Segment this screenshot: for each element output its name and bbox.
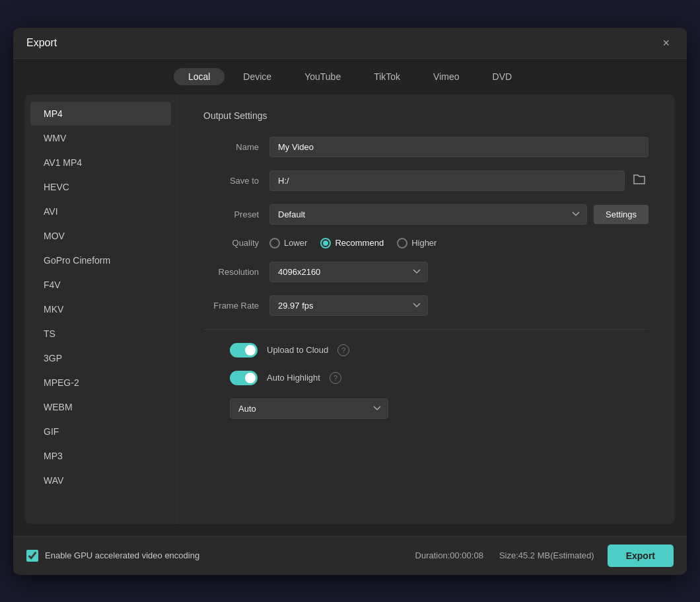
upload-cloud-row: Upload to Cloud ? [203, 343, 648, 357]
footer-info: Duration:00:00:08 Size:45.2 MB(Estimated… [415, 550, 594, 560]
upload-cloud-label: Upload to Cloud [267, 345, 328, 355]
format-item-av1mp4[interactable]: AV1 MP4 [30, 151, 171, 174]
format-list: MP4 WMV AV1 MP4 HEVC AVI MOV GoPro Cinef… [25, 94, 177, 524]
auto-highlight-thumb [245, 373, 256, 383]
quality-lower-option[interactable]: Lower [269, 238, 307, 248]
settings-panel: Output Settings Name Save to [177, 94, 675, 524]
auto-highlight-toggle[interactable] [230, 371, 258, 385]
quality-lower-label: Lower [284, 238, 307, 248]
format-item-mkv[interactable]: MKV [30, 297, 171, 321]
tab-vimeo[interactable]: Vimeo [419, 68, 473, 85]
save-to-input[interactable] [269, 170, 625, 191]
quality-higher-radio[interactable] [397, 238, 407, 248]
quality-lower-radio[interactable] [269, 238, 280, 248]
dialog-header: Export × [13, 28, 687, 59]
quality-label: Quality [203, 238, 269, 248]
dialog-body: MP4 WMV AV1 MP4 HEVC AVI MOV GoPro Cinef… [25, 94, 675, 524]
auto-highlight-label: Auto Highlight [267, 373, 320, 383]
resolution-row: Resolution 4096x2160 1920x1080 1280x720 … [203, 262, 648, 282]
upload-cloud-thumb [245, 345, 256, 356]
gpu-checkbox[interactable] [26, 550, 38, 562]
format-item-wav[interactable]: WAV [30, 469, 171, 492]
tab-device[interactable]: Device [228, 68, 286, 85]
size-label: Size:45.2 MB(Estimated) [499, 550, 594, 560]
export-dialog: Export × Local Device YouTube TikTok Vim… [13, 28, 687, 575]
dialog-title: Export [26, 37, 57, 49]
name-row: Name [203, 137, 648, 157]
section-title: Output Settings [203, 110, 648, 121]
format-item-hevc[interactable]: HEVC [30, 175, 171, 199]
save-to-input-group [269, 170, 648, 191]
format-item-ts[interactable]: TS [30, 322, 171, 346]
browse-folder-button[interactable] [630, 170, 648, 191]
format-item-mp4[interactable]: MP4 [30, 102, 171, 126]
format-item-wmv[interactable]: WMV [30, 126, 171, 150]
format-item-webm[interactable]: WEBM [30, 395, 171, 419]
upload-cloud-track[interactable] [230, 343, 258, 357]
frame-rate-row: Frame Rate 29.97 fps 25 fps 24 fps 60 fp… [203, 295, 648, 316]
tab-dvd[interactable]: DVD [478, 68, 527, 85]
resolution-label: Resolution [203, 267, 269, 277]
quality-recommend-radio[interactable] [320, 238, 331, 248]
quality-row: Quality Lower Recommend Higher [203, 238, 648, 248]
format-item-3gp[interactable]: 3GP [30, 346, 171, 370]
auto-highlight-help-icon[interactable]: ? [330, 372, 341, 384]
quality-recommend-option[interactable]: Recommend [320, 238, 384, 248]
save-to-label: Save to [203, 176, 269, 186]
divider [203, 329, 648, 330]
auto-highlight-select[interactable]: Auto Manual [230, 398, 388, 419]
auto-highlight-track[interactable] [230, 371, 258, 385]
name-label: Name [203, 142, 269, 152]
resolution-select[interactable]: 4096x2160 1920x1080 1280x720 854x480 [269, 262, 428, 282]
format-item-avi[interactable]: AVI [30, 200, 171, 223]
quality-higher-option[interactable]: Higher [397, 238, 437, 248]
quality-options: Lower Recommend Higher [269, 238, 648, 248]
preset-label: Preset [203, 209, 269, 219]
format-item-mp3[interactable]: MP3 [30, 444, 171, 468]
preset-row: Preset Default High Quality Low Quality … [203, 204, 648, 225]
frame-rate-label: Frame Rate [203, 301, 269, 311]
upload-cloud-toggle[interactable] [230, 343, 258, 357]
preset-select[interactable]: Default High Quality Low Quality [269, 204, 587, 225]
tab-local[interactable]: Local [174, 68, 225, 85]
preset-input-group: Default High Quality Low Quality Setting… [269, 204, 648, 225]
export-button[interactable]: Export [608, 545, 674, 567]
dialog-footer: Enable GPU accelerated video encoding Du… [13, 536, 687, 575]
gpu-checkbox-wrap: Enable GPU accelerated video encoding [26, 550, 415, 562]
close-button[interactable]: × [658, 36, 674, 50]
upload-cloud-help-icon[interactable]: ? [337, 344, 349, 356]
format-item-gopro[interactable]: GoPro Cineform [30, 248, 171, 272]
format-item-f4v[interactable]: F4V [30, 273, 171, 297]
gpu-label[interactable]: Enable GPU accelerated video encoding [45, 550, 199, 560]
tab-tiktok[interactable]: TikTok [359, 68, 415, 85]
duration-label: Duration:00:00:08 [415, 550, 483, 560]
quality-recommend-label: Recommend [335, 238, 384, 248]
quality-higher-label: Higher [411, 238, 437, 248]
settings-button[interactable]: Settings [594, 205, 648, 224]
format-item-mpeg2[interactable]: MPEG-2 [30, 371, 171, 395]
auto-highlight-row: Auto Highlight ? [203, 371, 648, 385]
frame-rate-select[interactable]: 29.97 fps 25 fps 24 fps 60 fps [269, 295, 428, 316]
tabs-bar: Local Device YouTube TikTok Vimeo DVD [13, 59, 687, 94]
format-item-gif[interactable]: GIF [30, 420, 171, 443]
format-item-mov[interactable]: MOV [30, 224, 171, 248]
tab-youtube[interactable]: YouTube [290, 68, 355, 85]
save-to-row: Save to [203, 170, 648, 191]
name-input[interactable] [269, 137, 648, 157]
